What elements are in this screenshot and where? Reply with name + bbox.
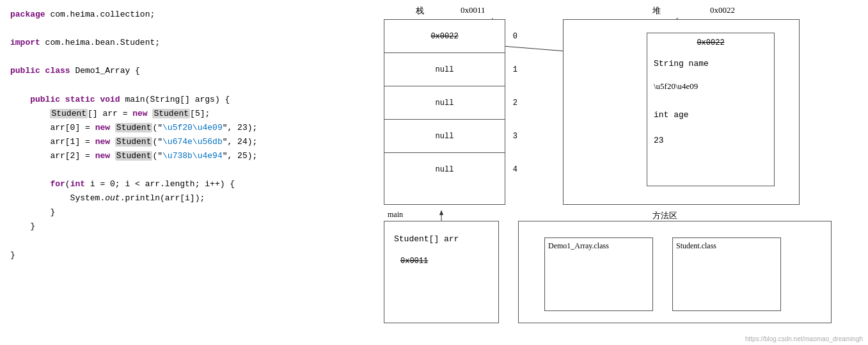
code-line-7: public static void main(String[] args) { bbox=[10, 93, 367, 107]
object-box: 0x0022 String name \u5f20\u4e09 int age … bbox=[647, 33, 775, 186]
arr-val-label: 0x0011 bbox=[400, 257, 428, 266]
demo-class-box: Demo1_Array.class bbox=[544, 237, 653, 311]
array-cell-3: null 3 bbox=[384, 120, 505, 153]
code-line-9: arr[0] = new Student("\u5f20\u4e09", 23)… bbox=[10, 121, 367, 135]
student-class-label: Student.class bbox=[676, 241, 784, 251]
cell-3-index: 3 bbox=[513, 132, 517, 141]
obj-addr-label: 0x0022 bbox=[697, 38, 724, 47]
watermark: https://blog.csdn.net/maomao_dreamingh bbox=[745, 335, 863, 342]
cell-1-value: null bbox=[436, 65, 454, 74]
code-line-12 bbox=[10, 163, 367, 177]
code-line-17 bbox=[10, 234, 367, 248]
code-line-2 bbox=[10, 22, 367, 36]
code-line-13: for(int i = 0; i < arr.length; i++) { bbox=[10, 177, 367, 191]
code-line-16: } bbox=[10, 220, 367, 234]
cell-4-value: null bbox=[436, 165, 454, 174]
code-line-15: } bbox=[10, 205, 367, 220]
cell-0-value: 0x0022 bbox=[430, 32, 458, 41]
obj-field-1: String name bbox=[654, 59, 709, 68]
obj-field-4: 23 bbox=[654, 136, 664, 145]
arr-var-label: Student[] arr bbox=[394, 234, 459, 244]
code-panel: package com.heima.collection; import com… bbox=[0, 0, 377, 345]
heap-label: 堆 bbox=[652, 5, 661, 17]
cell-4-index: 4 bbox=[513, 165, 517, 174]
array-cell-2: null 2 bbox=[384, 86, 505, 120]
heap-addr-label: 0x0022 bbox=[710, 5, 735, 15]
array-cell-0: 0x0022 0 bbox=[384, 20, 505, 53]
cell-2-index: 2 bbox=[513, 99, 517, 108]
code-line-3: import com.heima.bean.Student; bbox=[10, 36, 367, 50]
array-cell-1: null 1 bbox=[384, 53, 505, 86]
cell-0-index: 0 bbox=[513, 32, 517, 41]
array-cell-4: null 4 bbox=[384, 153, 505, 186]
main-frame-label: main bbox=[388, 210, 501, 220]
code-line-1: package com.heima.collection; bbox=[10, 8, 367, 22]
code-line-10: arr[1] = new Student("\u674e\u56db", 24)… bbox=[10, 135, 367, 149]
code-line-11: arr[2] = new Student("\u738b\u4e94", 25)… bbox=[10, 149, 367, 163]
stack-box: 0x0022 0 null 1 null 2 null 3 null 4 bbox=[384, 19, 505, 205]
stack-label: 栈 bbox=[416, 5, 424, 17]
code-line-18: } bbox=[10, 248, 367, 262]
stack-addr-label: 0x0011 bbox=[461, 5, 485, 15]
cell-1-index: 1 bbox=[513, 65, 517, 74]
code-line-8: Student[] arr = new Student[5]; bbox=[10, 107, 367, 121]
diagram-panel: 栈 0x0011 0x0022 0 null 1 null 2 null 3 bbox=[377, 0, 868, 345]
code-line-4 bbox=[10, 50, 367, 64]
cell-2-value: null bbox=[436, 99, 454, 108]
heap-box: 0x0022 String name \u5f20\u4e09 int age … bbox=[563, 19, 800, 205]
student-class-box: Student.class bbox=[672, 237, 781, 311]
demo-class-label: Demo1_Array.class bbox=[548, 241, 656, 251]
obj-field-2: \u5f20\u4e09 bbox=[654, 81, 698, 92]
obj-field-3: int age bbox=[654, 110, 689, 120]
code-line-5: public class Demo1_Array { bbox=[10, 64, 367, 78]
code-line-14: System.out.println(arr[i]); bbox=[10, 191, 367, 205]
method-area-box: Demo1_Array.class Student.class bbox=[518, 221, 832, 323]
method-area-label: 方法区 bbox=[652, 210, 677, 221]
main-frame-box: main Student[] arr 0x0011 bbox=[384, 221, 499, 323]
code-line-6 bbox=[10, 78, 367, 92]
cell-3-value: null bbox=[436, 132, 454, 141]
